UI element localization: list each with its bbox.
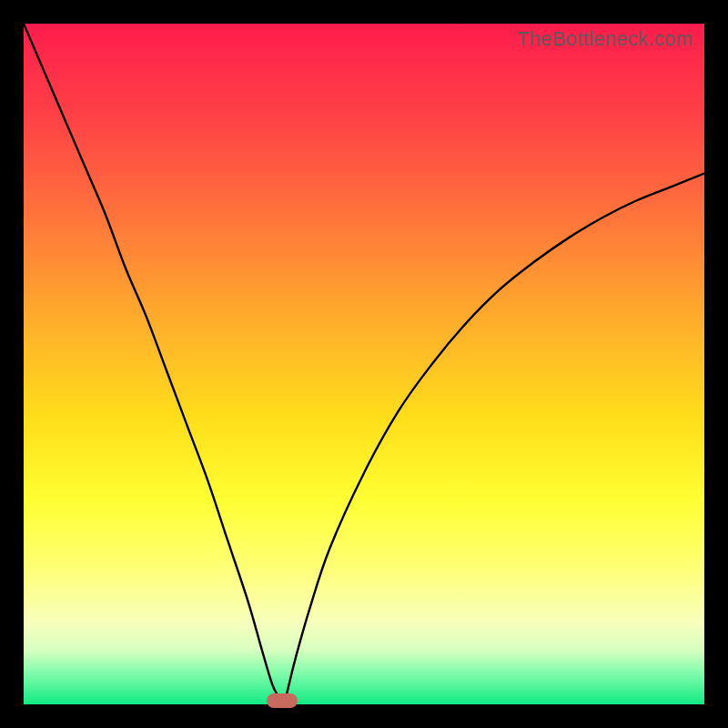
- chart-frame: TheBottleneck.com: [0, 0, 728, 728]
- bottleneck-curve: [24, 24, 704, 704]
- plot-area: TheBottleneck.com: [24, 24, 704, 704]
- optimal-marker: [267, 693, 298, 708]
